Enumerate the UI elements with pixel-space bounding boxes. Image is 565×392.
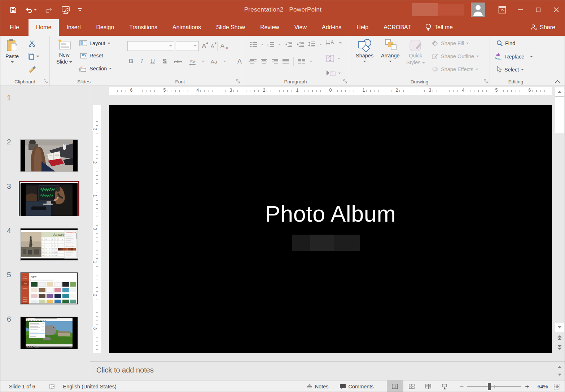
change-case-arrow[interactable] [223, 61, 226, 62]
line-spacing-arrow[interactable] [319, 44, 322, 45]
quick-styles-button[interactable]: Quick Styles [406, 39, 425, 66]
shape-fill-button[interactable]: Shape Fill [432, 40, 469, 47]
bullets-icon[interactable] [250, 42, 257, 47]
notes-placeholder[interactable]: Click to add notes [96, 366, 154, 374]
arrange-button[interactable]: Arrange [381, 39, 400, 62]
slide-show-button[interactable] [437, 380, 453, 392]
character-spacing-button[interactable]: AV↔ [188, 59, 197, 64]
find-button[interactable]: Find [496, 40, 515, 47]
notes-toggle-button[interactable]: Notes [306, 384, 329, 389]
slide-thumbnail-2[interactable] [20, 139, 78, 172]
scroll-up-button[interactable] [555, 87, 564, 96]
slide-thumbnail-6[interactable] [20, 317, 78, 349]
reset-button[interactable]: Reset [79, 52, 103, 58]
vertical-ruler[interactable]: 3 2 1 0 1 2 3 [93, 105, 101, 353]
notes-scroll-up[interactable] [555, 363, 564, 370]
tab-home[interactable]: Home [29, 19, 59, 36]
save-button[interactable] [10, 6, 17, 13]
tab-transitions[interactable]: Transitions [122, 19, 165, 36]
cut-button[interactable] [29, 40, 35, 47]
tab-animations[interactable]: Animations [165, 19, 209, 36]
zoom-out-button[interactable]: − [460, 383, 464, 390]
font-name-combobox[interactable] [127, 41, 174, 51]
normal-view-button[interactable] [387, 380, 403, 392]
clipboard-dialog-launcher[interactable] [43, 79, 48, 84]
align-text-button[interactable] [326, 55, 340, 62]
tell-me-box[interactable]: Tell me [419, 19, 459, 36]
paste-dropdown-arrow[interactable] [11, 61, 14, 63]
slide-indicator[interactable]: Slide 1 of 6 [9, 384, 35, 389]
tab-file[interactable]: File [0, 19, 29, 36]
tab-view[interactable]: View [287, 19, 314, 36]
select-arrow[interactable] [521, 69, 524, 70]
horizontal-ruler[interactable]: 6 5 4 3 2 1 0 1 2 3 4 5 6 [109, 87, 552, 95]
decrease-font-size-button[interactable]: A▼ [209, 43, 216, 49]
tab-design[interactable]: Design [88, 19, 122, 36]
slide-canvas[interactable]: Photo Album [109, 105, 552, 353]
paragraph-dialog-launcher[interactable] [343, 79, 347, 84]
language-indicator[interactable]: English (United States) [63, 384, 117, 389]
replace-arrow[interactable] [530, 56, 533, 57]
character-spacing-arrow[interactable] [202, 61, 205, 62]
shape-outline-button[interactable]: Shape Outline [432, 53, 479, 60]
close-button[interactable] [547, 0, 565, 19]
format-painter-button[interactable] [29, 65, 36, 73]
underline-button[interactable]: U [149, 58, 156, 65]
tab-acrobat[interactable]: ACROBAT [376, 19, 419, 36]
convert-smartart-button[interactable] [326, 70, 341, 77]
tab-review[interactable]: Review [253, 19, 286, 36]
decrease-indent-icon[interactable] [285, 42, 293, 47]
next-slide-button[interactable] [555, 343, 564, 352]
spell-check-button[interactable] [49, 384, 55, 389]
clear-formatting-button[interactable]: A◆ [219, 43, 226, 50]
undo-button[interactable] [25, 7, 37, 13]
avatar[interactable] [471, 3, 485, 17]
new-slide-dropdown-arrow[interactable] [69, 61, 72, 63]
comments-toggle-button[interactable]: Comments [340, 384, 374, 389]
text-direction-button[interactable]: A [326, 39, 342, 47]
drawing-dialog-launcher[interactable] [483, 79, 488, 84]
slide-thumbnail-4[interactable]: January SMTWTFS 12 3456789 1011121314 17… [20, 228, 78, 261]
new-slide-button[interactable]: New Slide [56, 39, 72, 65]
align-right-icon[interactable] [272, 59, 278, 64]
columns-arrow[interactable] [310, 61, 312, 62]
shape-effects-button[interactable]: Shape Effects [432, 66, 478, 73]
paste-button[interactable]: Paste [5, 39, 19, 63]
increase-font-size-button[interactable]: A▲ [200, 42, 208, 50]
scrollbar-thumb[interactable] [555, 96, 564, 133]
align-left-icon[interactable] [250, 59, 257, 64]
text-shadow-button[interactable]: S [161, 58, 168, 65]
previous-slide-button[interactable] [555, 334, 564, 342]
share-button[interactable]: Share [530, 19, 555, 36]
zoom-in-button[interactable]: + [525, 383, 529, 390]
layout-button[interactable]: Layout [79, 40, 110, 46]
section-button[interactable]: Section [79, 65, 112, 72]
bold-button[interactable]: B [127, 58, 135, 65]
replace-button[interactable]: ab ac Replace [495, 53, 533, 61]
numbering-icon[interactable]: 123 [267, 42, 275, 47]
line-spacing-icon[interactable] [308, 41, 316, 47]
collapse-ribbon-button[interactable] [555, 80, 560, 83]
redo-button[interactable] [45, 7, 53, 13]
tab-insert[interactable]: Insert [59, 19, 88, 36]
scroll-down-button[interactable] [555, 323, 564, 332]
copy-button[interactable] [27, 52, 39, 60]
zoom-slider-track[interactable] [467, 386, 521, 387]
zoom-slider-thumb[interactable] [488, 383, 491, 390]
slide-sorter-view-button[interactable] [403, 380, 420, 392]
start-from-beginning-button[interactable] [61, 6, 70, 14]
ribbon-display-options-button[interactable] [493, 0, 511, 19]
undo-dropdown-arrow[interactable] [34, 9, 37, 10]
strikethrough-button[interactable]: abe [173, 59, 184, 64]
tab-slide-show[interactable]: Slide Show [209, 19, 253, 36]
reading-view-button[interactable] [420, 380, 437, 392]
copy-dropdown-arrow[interactable] [36, 56, 39, 57]
change-case-button[interactable]: Aa [209, 58, 219, 65]
slide-thumbnail-5[interactable]: New [20, 272, 78, 305]
zoom-level[interactable]: 64% [535, 384, 550, 389]
italic-button[interactable]: I [139, 58, 144, 65]
justify-icon[interactable] [282, 59, 289, 64]
notes-pane[interactable]: Click to add notes [90, 361, 565, 380]
font-dialog-launcher[interactable] [236, 79, 240, 84]
increase-indent-icon[interactable] [296, 42, 304, 47]
